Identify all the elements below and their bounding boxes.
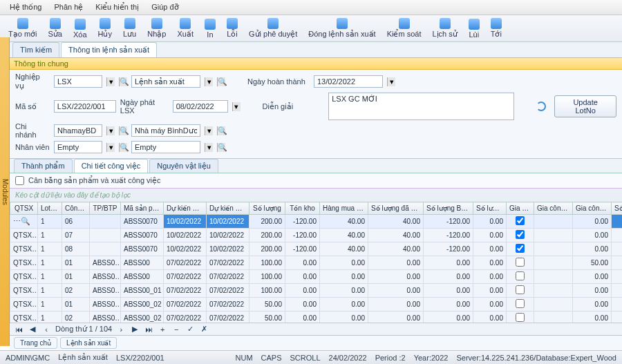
- dropdown-icon[interactable]: ▾: [205, 143, 213, 152]
- prev-page-button[interactable]: ◀: [28, 325, 37, 334]
- lookup-icon[interactable]: 🔍: [217, 143, 225, 152]
- gc-checkbox[interactable]: [516, 216, 525, 225]
- ngayphat-input[interactable]: [173, 100, 228, 113]
- gc-checkbox[interactable]: [516, 271, 525, 280]
- remove-row-button[interactable]: −: [171, 325, 181, 334]
- import-btn[interactable]: Nhập: [143, 17, 170, 40]
- delete-btn[interactable]: Xóa: [69, 17, 91, 40]
- back-btn[interactable]: Lùi: [464, 17, 484, 40]
- col-header[interactable]: Hàng mua sắp về: [320, 202, 368, 215]
- cancel-btn[interactable]: Hủy: [94, 17, 116, 40]
- subtab-chitiet[interactable]: Chi tiết công việc: [74, 159, 149, 173]
- col-header[interactable]: LotNo: [38, 202, 62, 215]
- menu-view[interactable]: Kiểu hiển thị: [90, 1, 144, 13]
- add-row-button[interactable]: +: [158, 325, 167, 334]
- confirm-button[interactable]: ✓: [185, 325, 195, 334]
- col-header[interactable]: Số lượn…: [473, 202, 507, 215]
- revert-button[interactable]: ✗: [199, 325, 209, 334]
- table-row[interactable]: QTSX…108ABSS007010/02/202210/02/2022200.…: [10, 242, 623, 256]
- col-header[interactable]: Mã sản phẩm: [121, 202, 164, 215]
- lookup-icon[interactable]: 🔍: [119, 143, 127, 152]
- last-page-button[interactable]: ⏭: [144, 325, 153, 334]
- table-row[interactable]: QTSX…101ABSS0…ABSS0007/02/202207/02/2022…: [10, 270, 623, 284]
- subtab-thanhpham[interactable]: Thành phẩm: [14, 159, 73, 173]
- menu-system[interactable]: Hệ thống: [4, 1, 47, 13]
- gc-checkbox[interactable]: [516, 299, 525, 308]
- table-row[interactable]: ⋯🔍106ABSS007010/02/202210/02/2022200.00-…: [10, 215, 623, 229]
- history-btn[interactable]: Lịch sử: [428, 17, 461, 40]
- chinhanh-code[interactable]: [54, 124, 102, 137]
- col-header[interactable]: QTSX: [10, 202, 38, 215]
- col-header[interactable]: Dự kiến bắ…: [164, 202, 207, 215]
- prev-record-button[interactable]: ‹: [41, 325, 51, 334]
- dropdown-icon[interactable]: ▾: [205, 126, 213, 135]
- print-btn[interactable]: In: [200, 17, 220, 40]
- dropdown-icon[interactable]: ▾: [106, 126, 115, 135]
- first-page-button[interactable]: ⏮: [14, 325, 23, 334]
- nghiepvu-code[interactable]: [54, 75, 102, 88]
- col-header[interactable]: TP/BTP: [90, 202, 121, 215]
- menu-help[interactable]: Giúp đỡ: [146, 1, 184, 13]
- control-btn[interactable]: Kiểm soát: [383, 17, 426, 40]
- detail-grid[interactable]: QTSXLotNoCông …TP/BTPMã sản phẩmDự kiến …: [10, 202, 622, 323]
- col-header[interactable]: Số lượng Balance: [424, 202, 473, 215]
- lookup-icon[interactable]: 🔍: [119, 77, 127, 86]
- gc-checkbox[interactable]: [516, 313, 525, 322]
- error-btn[interactable]: Lỗi: [223, 17, 242, 40]
- table-row[interactable]: QTSX…102ABSS0…ABSS00_0107/02/202207/02/2…: [10, 284, 623, 298]
- diengiai-input[interactable]: LSX GC MỚI: [328, 93, 514, 120]
- calendar-icon[interactable]: ▾: [232, 102, 241, 111]
- col-header[interactable]: Gia công cầ…: [573, 202, 612, 215]
- col-header[interactable]: Số lượng: [249, 202, 285, 215]
- update-lotno-button[interactable]: Update LotNo: [554, 95, 616, 117]
- nghiepvu-lookup[interactable]: [131, 75, 200, 88]
- approve-btn[interactable]: Gửi phê duyệt: [245, 17, 301, 40]
- dropdown-icon[interactable]: ▾: [106, 143, 115, 152]
- lookup-icon[interactable]: 🔍: [217, 77, 225, 86]
- table-row[interactable]: QTSX…101ABSS0…ABSS00_0207/02/202207/02/2…: [10, 298, 623, 312]
- close-order-btn[interactable]: Đóng lệnh sản xuất: [304, 17, 379, 40]
- forward-btn[interactable]: Tới: [487, 17, 506, 40]
- edit-btn[interactable]: Sửa: [44, 17, 66, 40]
- lookup-icon[interactable]: 🔍: [119, 126, 127, 135]
- table-row[interactable]: QTSX…101ABSS0…ABSS0007/02/202207/02/2022…: [10, 256, 623, 270]
- subtab-nvl[interactable]: Nguyên vật liệu: [149, 159, 218, 173]
- table-row[interactable]: QTSX…102ABSS0…ABSS00_0207/02/202207/02/2…: [10, 312, 623, 323]
- col-header[interactable]: Tồn kho: [285, 202, 320, 215]
- new-btn[interactable]: Tạo mới: [4, 17, 41, 40]
- ngayht-input[interactable]: [314, 75, 383, 88]
- calendar-icon[interactable]: ▾: [387, 77, 395, 86]
- export-btn[interactable]: Xuất: [173, 17, 198, 40]
- gc-checkbox[interactable]: [516, 244, 525, 253]
- gc-checkbox[interactable]: [516, 285, 525, 294]
- col-header[interactable]: Dự kiến hoàn…: [207, 202, 249, 215]
- tab-production-order[interactable]: Lệnh sản xuất: [60, 337, 117, 349]
- menu-module[interactable]: Phân hệ: [48, 1, 88, 13]
- col-header[interactable]: Gia công: [507, 202, 534, 215]
- table-row[interactable]: QTSX…107ABSS007010/02/202210/02/2022200.…: [10, 229, 623, 242]
- tab-home[interactable]: Trang chủ: [14, 337, 57, 349]
- save-btn[interactable]: Lưu: [119, 17, 140, 40]
- col-header[interactable]: Công …: [62, 202, 90, 215]
- row-expand-icon[interactable]: ⋯🔍: [13, 217, 30, 225]
- col-header[interactable]: Số lượng còn lại phải sản xuất: [612, 202, 623, 215]
- modules-sidebar[interactable]: Modules: [0, 37, 10, 346]
- gc-checkbox[interactable]: [516, 230, 525, 239]
- balance-checkbox[interactable]: [15, 176, 24, 185]
- chinhanh-lookup[interactable]: [131, 124, 200, 137]
- lookup-icon[interactable]: 🔍: [217, 126, 225, 135]
- gc-checkbox[interactable]: [516, 258, 525, 267]
- tab-info[interactable]: Thông tin lệnh sản xuất: [61, 42, 157, 57]
- next-record-button[interactable]: ›: [116, 325, 126, 334]
- col-header[interactable]: Số lượng đã Reserve: [368, 202, 424, 215]
- error-btn-icon: [227, 18, 238, 29]
- nhanvien-code[interactable]: [54, 141, 102, 153]
- export-btn-icon: [180, 18, 191, 29]
- next-page-button[interactable]: ▶: [130, 325, 140, 334]
- col-header[interactable]: Gia công mua: [534, 202, 573, 215]
- nhanvien-lookup[interactable]: [131, 141, 200, 153]
- dropdown-icon[interactable]: ▾: [106, 77, 115, 86]
- dropdown-icon[interactable]: ▾: [205, 77, 213, 86]
- maso-input[interactable]: [54, 100, 116, 113]
- tab-search[interactable]: Tìm kiếm: [12, 42, 59, 57]
